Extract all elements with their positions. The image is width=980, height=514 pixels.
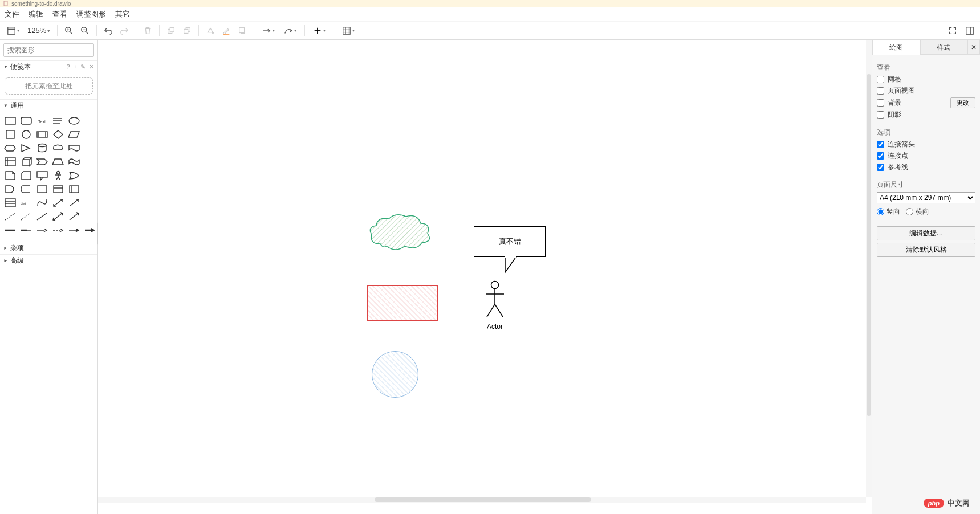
to-back-button[interactable] <box>180 24 194 38</box>
shape-text[interactable]: Text <box>35 115 49 127</box>
shape-list[interactable] <box>3 197 17 209</box>
shape-actor[interactable] <box>51 170 65 181</box>
shape-arrow[interactable] <box>67 197 81 209</box>
portrait-radio[interactable] <box>877 208 884 215</box>
canvas-rectangle-shape[interactable] <box>367 285 438 321</box>
tab-diagram[interactable]: 绘图 <box>872 40 920 55</box>
shape-card[interactable] <box>19 170 33 181</box>
shape-container-h[interactable] <box>51 183 65 195</box>
background-checkbox[interactable] <box>877 99 884 107</box>
fullscreen-button[interactable] <box>946 24 959 38</box>
menu-view[interactable]: 查看 <box>52 9 67 19</box>
shape-square[interactable] <box>3 129 17 140</box>
shape-link6[interactable] <box>83 225 97 236</box>
misc-section-header[interactable]: ▼ 杂项 <box>0 242 97 254</box>
canvas-area[interactable]: 真不错 Actor <box>98 40 872 514</box>
shape-rect[interactable] <box>3 115 17 127</box>
shadow-checkbox[interactable] <box>877 111 884 119</box>
connection-dropdown[interactable]: ▾ <box>259 24 278 38</box>
search-shapes-box[interactable] <box>3 43 94 57</box>
delete-button[interactable] <box>141 24 154 38</box>
view-mode-dropdown[interactable]: ▾ <box>3 24 23 38</box>
shape-process[interactable] <box>35 129 49 140</box>
pageview-checkbox[interactable] <box>877 87 884 95</box>
table-dropdown[interactable]: ▾ <box>339 24 358 38</box>
shape-step[interactable] <box>35 156 49 168</box>
connect-points-checkbox[interactable] <box>877 152 884 160</box>
waypoints-dropdown[interactable]: ▾ <box>280 24 300 38</box>
shape-bidir-arrow[interactable] <box>51 197 65 209</box>
shape-or[interactable] <box>67 170 81 181</box>
shape-tape[interactable] <box>67 156 81 168</box>
canvas-callout-shape[interactable]: 真不错 <box>474 226 546 274</box>
shape-link5[interactable] <box>67 225 81 236</box>
guides-checkbox[interactable] <box>877 164 884 171</box>
shape-container[interactable] <box>35 183 49 195</box>
shape-cube[interactable] <box>19 156 33 168</box>
format-panel-toggle[interactable] <box>963 24 977 38</box>
shape-diamond[interactable] <box>51 129 65 140</box>
shape-callout[interactable] <box>35 170 49 181</box>
add-icon[interactable]: + <box>74 63 77 71</box>
change-background-button[interactable]: 更改 <box>950 97 975 108</box>
shadow-button[interactable] <box>235 24 249 38</box>
shape-document[interactable] <box>67 142 81 154</box>
close-icon[interactable]: ✕ <box>89 63 94 71</box>
shape-link[interactable] <box>3 225 17 236</box>
fill-color-button[interactable] <box>204 24 217 38</box>
clear-default-style-button[interactable]: 清除默认风格 <box>877 243 975 257</box>
shape-dashed-line[interactable] <box>3 211 17 222</box>
edit-data-button[interactable]: 编辑数据… <box>877 226 975 240</box>
shape-dir-connect[interactable] <box>67 211 81 222</box>
menu-adjust[interactable]: 调整图形 <box>76 9 106 19</box>
shape-parallelogram[interactable] <box>67 129 81 140</box>
menu-edit[interactable]: 编辑 <box>29 9 43 19</box>
zoom-out-button[interactable] <box>78 24 92 38</box>
redo-button[interactable] <box>117 24 131 38</box>
shape-container-v[interactable] <box>67 183 81 195</box>
menu-other[interactable]: 其它 <box>115 9 130 19</box>
shape-bidir-connect[interactable] <box>51 211 65 222</box>
undo-button[interactable] <box>101 24 115 38</box>
canvas-circle-shape[interactable] <box>372 351 418 398</box>
grid-checkbox[interactable] <box>877 76 884 83</box>
canvas-actor-shape[interactable]: Actor <box>483 280 506 331</box>
shape-hexagon[interactable] <box>3 142 17 154</box>
vertical-scrollbar[interactable] <box>866 40 872 497</box>
shape-line[interactable] <box>35 211 49 222</box>
tab-close-button[interactable]: ✕ <box>967 40 980 55</box>
scratchpad-dropzone[interactable]: 把元素拖至此处 <box>5 77 93 95</box>
scratchpad-section-header[interactable]: ▼ 便笺本 ? + ✎ ✕ <box>0 60 97 73</box>
shape-roundrect[interactable] <box>19 115 33 127</box>
shape-dotted-line[interactable] <box>19 211 33 222</box>
shape-note[interactable] <box>3 170 17 181</box>
shape-datastore[interactable] <box>19 183 33 195</box>
shape-textbox[interactable] <box>51 115 65 127</box>
page-size-select[interactable]: A4 (210 mm x 297 mm) <box>877 192 975 203</box>
tab-style[interactable]: 样式 <box>920 40 968 55</box>
connect-arrows-checkbox[interactable] <box>877 141 884 148</box>
search-input[interactable] <box>4 46 96 54</box>
zoom-dropdown[interactable]: 125% ▾ <box>25 26 52 35</box>
shape-internal-storage[interactable] <box>3 156 17 168</box>
shape-link4[interactable] <box>51 225 65 236</box>
shape-circle[interactable] <box>19 129 33 140</box>
help-icon[interactable]: ? <box>66 63 70 71</box>
line-color-button[interactable] <box>219 24 233 38</box>
advanced-section-header[interactable]: ▼ 高级 <box>0 254 97 267</box>
edit-icon[interactable]: ✎ <box>80 63 86 71</box>
shape-cylinder[interactable] <box>35 142 49 154</box>
landscape-radio[interactable] <box>906 208 913 215</box>
horizontal-scrollbar[interactable] <box>98 497 866 503</box>
shape-link3[interactable] <box>35 225 49 236</box>
menu-file[interactable]: 文件 <box>5 9 19 19</box>
shape-list-item[interactable]: List <box>19 197 33 209</box>
general-section-header[interactable]: ▼ 通用 <box>0 99 97 112</box>
canvas-cloud-shape[interactable] <box>366 211 434 254</box>
insert-dropdown[interactable]: ▾ <box>310 24 329 38</box>
to-front-button[interactable] <box>164 24 178 38</box>
shape-and[interactable] <box>3 183 17 195</box>
shape-curve[interactable] <box>35 197 49 209</box>
shape-cloud[interactable] <box>51 142 65 154</box>
shape-triangle[interactable] <box>19 142 33 154</box>
